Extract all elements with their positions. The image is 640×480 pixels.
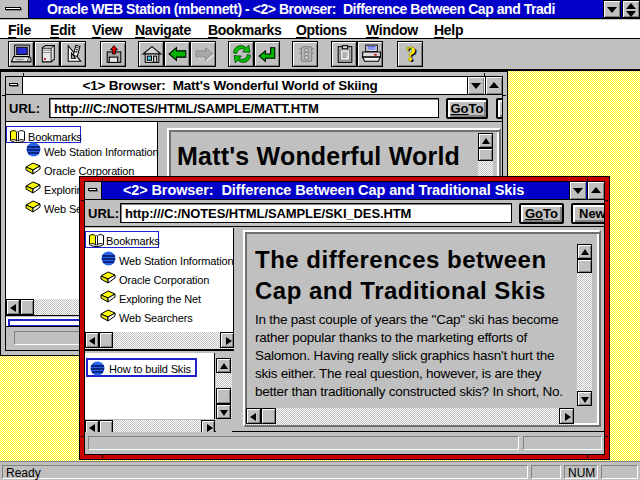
svg-text:?: ? (406, 44, 416, 64)
